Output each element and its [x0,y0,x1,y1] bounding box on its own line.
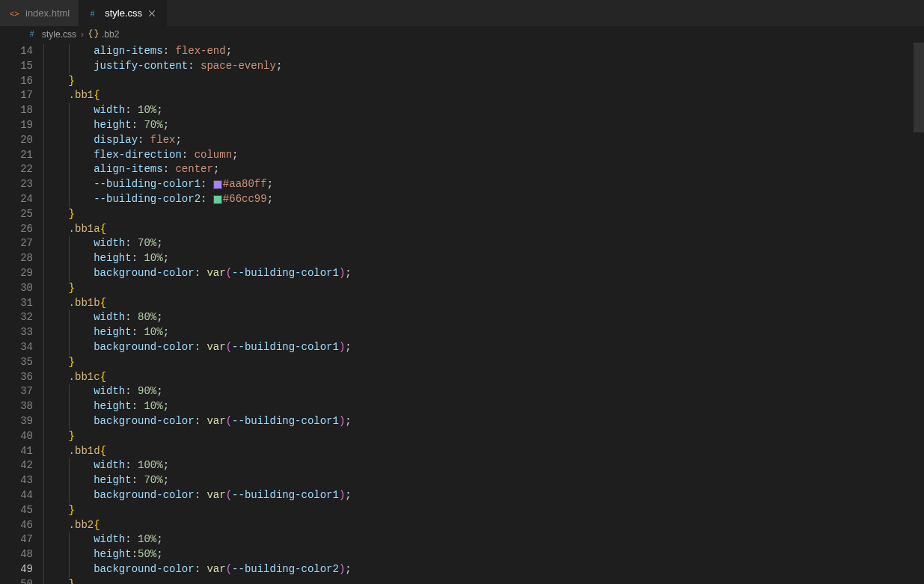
line-number: 27 [0,236,33,251]
code-line[interactable]: background-color: var(--building-color1)… [43,340,924,355]
line-number: 19 [0,118,33,133]
line-number: 42 [0,458,33,473]
line-number: 38 [0,399,33,414]
code-line[interactable]: width: 90%; [43,384,924,399]
code-line[interactable]: .bb1d{ [43,444,924,459]
line-number: 29 [0,266,33,281]
line-number: 32 [0,310,33,325]
code-line[interactable]: height:50%; [43,547,924,562]
line-number: 21 [0,148,33,163]
code-line[interactable]: width: 10%; [43,532,924,547]
code-line[interactable]: } [43,74,924,89]
css-file-icon: # [88,7,100,19]
code-content[interactable]: align-items: flex-end; justify-content: … [43,44,924,584]
tab-label: index.html [25,7,70,19]
code-line[interactable]: .bb1{ [43,88,924,103]
code-line[interactable]: height: 70%; [43,473,924,488]
line-number: 25 [0,207,33,222]
line-number: 47 [0,532,33,547]
line-number: 22 [0,162,33,177]
code-line[interactable]: height: 70%; [43,118,924,133]
tab-style-css[interactable]: # style.css [79,0,167,26]
css-rule-icon [88,28,99,41]
breadcrumb[interactable]: # style.css › .bb2 [18,26,924,43]
svg-text:#: # [30,28,34,37]
line-number: 18 [0,103,33,118]
line-number: 24 [0,192,33,207]
line-number-gutter: 1415161718192021222324252627282930313233… [0,44,43,584]
code-line[interactable]: height: 10%; [43,251,924,266]
code-line[interactable]: height: 10%; [43,325,924,340]
code-line[interactable]: align-items: center; [43,162,924,177]
code-line[interactable]: align-items: flex-end; [43,44,924,59]
line-number: 34 [0,340,33,355]
code-line[interactable]: } [43,281,924,296]
close-icon[interactable] [147,8,157,19]
html-file-icon: <> [9,7,21,19]
line-number: 17 [0,88,33,103]
chevron-right-icon: › [79,29,85,40]
color-swatch-icon[interactable] [213,195,222,204]
line-number: 30 [0,281,33,296]
code-line[interactable]: display: flex; [43,133,924,148]
editor-tabbar: <> index.html # style.css [0,0,924,26]
code-line[interactable]: width: 80%; [43,310,924,325]
line-number: 39 [0,414,33,429]
code-line[interactable]: .bb2{ [43,518,924,533]
breadcrumb-symbol[interactable]: .bb2 [102,29,119,40]
code-line[interactable]: background-color: var(--building-color1)… [43,414,924,429]
line-number: 33 [0,325,33,340]
line-number: 37 [0,384,33,399]
color-swatch-icon[interactable] [213,180,222,189]
code-line[interactable]: .bb1b{ [43,296,924,311]
line-number: 45 [0,503,33,518]
code-line[interactable]: flex-direction: column; [43,148,924,163]
line-number: 23 [0,177,33,192]
code-line[interactable]: width: 100%; [43,458,924,473]
code-line[interactable]: } [43,503,924,518]
line-number: 43 [0,473,33,488]
code-line[interactable]: } [43,429,924,444]
line-number: 44 [0,488,33,503]
line-number: 36 [0,370,33,385]
code-line[interactable]: .bb1a{ [43,222,924,237]
code-line[interactable]: } [43,577,924,584]
css-file-icon: # [28,28,39,41]
line-number: 20 [0,133,33,148]
line-number: 48 [0,547,33,562]
line-number: 40 [0,429,33,444]
tab-label: style.css [105,7,142,19]
code-line[interactable]: .bb1c{ [43,370,924,385]
code-line[interactable]: width: 70%; [43,236,924,251]
tab-index-html[interactable]: <> index.html [0,0,79,26]
code-line[interactable]: background-color: var(--building-color2)… [43,562,924,577]
line-number: 41 [0,444,33,459]
code-line[interactable]: background-color: var(--building-color1)… [43,266,924,281]
code-line[interactable]: } [43,207,924,222]
line-number: 14 [0,44,33,59]
svg-text:#: # [91,8,95,17]
line-number: 46 [0,518,33,533]
code-line[interactable]: width: 10%; [43,103,924,118]
vertical-scrollbar[interactable] [914,43,924,132]
line-number: 35 [0,355,33,370]
code-line[interactable]: --building-color1: #aa80ff; [43,177,924,192]
line-number: 49 [0,562,33,577]
code-line[interactable]: --building-color2: #66cc99; [43,192,924,207]
code-editor[interactable]: 1415161718192021222324252627282930313233… [0,43,924,584]
code-line[interactable]: justify-content: space-evenly; [43,59,924,74]
code-line[interactable]: background-color: var(--building-color1)… [43,488,924,503]
line-number: 26 [0,222,33,237]
line-number: 50 [0,577,33,584]
code-line[interactable]: } [43,355,924,370]
line-number: 31 [0,296,33,311]
code-line[interactable]: height: 10%; [43,399,924,414]
breadcrumb-file[interactable]: style.css [42,29,76,40]
line-number: 28 [0,251,33,266]
line-number: 16 [0,74,33,89]
line-number: 15 [0,59,33,74]
svg-text:<>: <> [10,8,19,17]
